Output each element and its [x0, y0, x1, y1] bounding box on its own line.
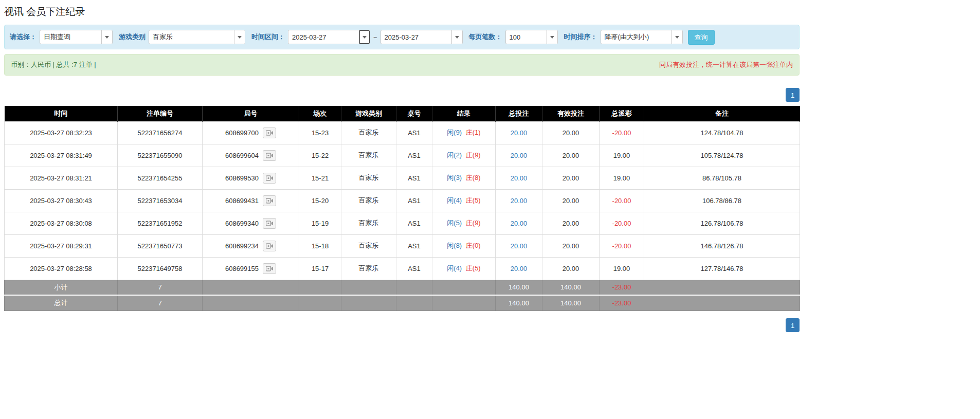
select-label: 请选择：	[10, 32, 37, 42]
cell-total-bet: 20.00	[496, 234, 542, 257]
cell-table-no: AS1	[396, 212, 432, 234]
cell-round-id: 608699604	[203, 144, 299, 167]
sort-order-dropdown-arrow-icon[interactable]	[672, 30, 682, 44]
cell-time: 2025-03-27 08:29:31	[5, 234, 118, 257]
total-bet-link[interactable]: 20.00	[511, 242, 528, 250]
cell-result: 闲(9) 庄(1)	[432, 121, 496, 144]
cell-valid-bet: 20.00	[542, 234, 600, 257]
cell-time: 2025-03-27 08:28:58	[5, 257, 118, 280]
date-from-dropdown-arrow-icon[interactable]	[359, 30, 370, 44]
total-bet-link[interactable]: 20.00	[511, 174, 528, 182]
table-header: 时间注单编号局号场次游戏类别桌号结果总投注有效投注总派彩备注	[5, 106, 800, 121]
date-to-dropdown-arrow-icon[interactable]	[451, 30, 462, 44]
total-bet-link[interactable]: 20.00	[511, 197, 528, 205]
page-size-combobox	[505, 30, 558, 44]
cell-table-no: AS1	[396, 121, 432, 144]
column-header: 结果	[432, 106, 496, 121]
cell-payout: -20.00	[600, 212, 644, 234]
round-id-text: 608699340	[225, 220, 259, 227]
cell-payout: 19.00	[600, 257, 644, 280]
cell-bet-id: 522371656274	[118, 121, 203, 144]
query-type-combobox	[40, 30, 113, 44]
cell-remark: 127.78/146.78	[644, 257, 800, 280]
video-replay-icon[interactable]	[263, 241, 276, 251]
cell-time: 2025-03-27 08:30:43	[5, 189, 118, 212]
video-replay-icon[interactable]	[263, 127, 276, 138]
result-player: 闲(5)	[447, 219, 462, 227]
date-range-separator: ~	[373, 33, 377, 41]
round-id-text: 608699700	[225, 129, 259, 137]
page-size-dropdown-arrow-icon[interactable]	[547, 30, 557, 44]
video-replay-icon[interactable]	[263, 195, 276, 206]
cell-game-type: 百家乐	[341, 189, 396, 212]
date-to-combobox	[380, 30, 463, 44]
sort-order-input[interactable]	[601, 30, 672, 44]
game-type-dropdown-arrow-icon[interactable]	[234, 30, 245, 44]
cell-valid-bet: 20.00	[542, 212, 600, 234]
cell-table-no: AS1	[396, 167, 432, 189]
result-banker: 庄(5)	[466, 196, 481, 204]
cell-remark: 126.78/106.78	[644, 212, 800, 234]
column-header: 场次	[299, 106, 341, 121]
cell-table-no: AS1	[396, 144, 432, 167]
query-type-input[interactable]	[40, 30, 101, 44]
video-replay-icon[interactable]	[263, 263, 276, 274]
table-row: 2025-03-27 08:32:23 522371656274 6086997…	[5, 121, 800, 144]
sort-order-label: 时间排序：	[564, 32, 597, 42]
cell-session: 15-21	[299, 167, 341, 189]
cell-remark: 86.78/105.78	[644, 167, 800, 189]
result-banker: 庄(0)	[466, 242, 481, 249]
cell-total-bet: 20.00	[496, 212, 542, 234]
total-bet-link[interactable]: 20.00	[511, 129, 528, 137]
cell-bet-id: 522371654255	[118, 167, 203, 189]
cell-round-id: 608699340	[203, 212, 299, 234]
cell-result: 闲(8) 庄(0)	[432, 234, 496, 257]
cell-result: 闲(5) 庄(9)	[432, 212, 496, 234]
page-size-input[interactable]	[506, 30, 547, 44]
cell-time: 2025-03-27 08:32:23	[5, 121, 118, 144]
cell-session: 15-22	[299, 144, 341, 167]
result-banker: 庄(1)	[466, 129, 481, 136]
page-size-label: 每页笔数：	[469, 32, 502, 42]
total-remark	[644, 295, 800, 311]
search-button[interactable]: 查询	[688, 30, 715, 45]
cell-round-id: 608699234	[203, 234, 299, 257]
video-replay-icon[interactable]	[263, 218, 276, 229]
date-to-input[interactable]	[381, 30, 451, 44]
total-bet-link[interactable]: 20.00	[511, 220, 528, 227]
cell-session: 15-19	[299, 212, 341, 234]
cell-total-bet: 20.00	[496, 257, 542, 280]
cell-bet-id: 522371649758	[118, 257, 203, 280]
subtotal-payout: -23.00	[600, 280, 644, 295]
video-replay-icon[interactable]	[263, 150, 276, 161]
column-header: 桌号	[396, 106, 432, 121]
date-from-combobox	[288, 30, 370, 44]
table-row: 2025-03-27 08:28:58 522371649758 6086991…	[5, 257, 800, 280]
filter-bar: 请选择： 游戏类别 时间区间： ~ 每页笔数： 时间排序：	[4, 25, 800, 49]
table-row: 2025-03-27 08:30:08 522371651952 6086993…	[5, 212, 800, 234]
round-id-text: 608699530	[225, 174, 259, 182]
game-type-input[interactable]	[149, 30, 234, 44]
pagination-page-1-top[interactable]: 1	[786, 88, 800, 102]
pagination-page-1-bottom[interactable]: 1	[786, 318, 800, 332]
cell-round-id: 608699155	[203, 257, 299, 280]
cell-remark: 106.78/86.78	[644, 189, 800, 212]
result-player: 闲(4)	[447, 196, 462, 204]
pagination-bottom: 1	[4, 318, 800, 332]
total-bet-link[interactable]: 20.00	[511, 265, 528, 272]
cell-table-no: AS1	[396, 189, 432, 212]
cell-remark: 124.78/104.78	[644, 121, 800, 144]
query-type-dropdown-arrow-icon[interactable]	[101, 30, 112, 44]
total-valid-bet: 140.00	[542, 295, 600, 311]
sort-order-combobox	[601, 30, 683, 44]
date-from-input[interactable]	[288, 30, 359, 44]
total-payout: -23.00	[600, 295, 644, 311]
cell-remark: 146.78/126.78	[644, 234, 800, 257]
result-banker: 庄(5)	[466, 264, 481, 272]
cell-round-id: 608699530	[203, 167, 299, 189]
round-id-text: 608699604	[225, 152, 259, 159]
video-replay-icon[interactable]	[263, 173, 276, 184]
table-row: 2025-03-27 08:31:21 522371654255 6086995…	[5, 167, 800, 189]
cell-session: 15-17	[299, 257, 341, 280]
total-bet-link[interactable]: 20.00	[511, 152, 528, 159]
